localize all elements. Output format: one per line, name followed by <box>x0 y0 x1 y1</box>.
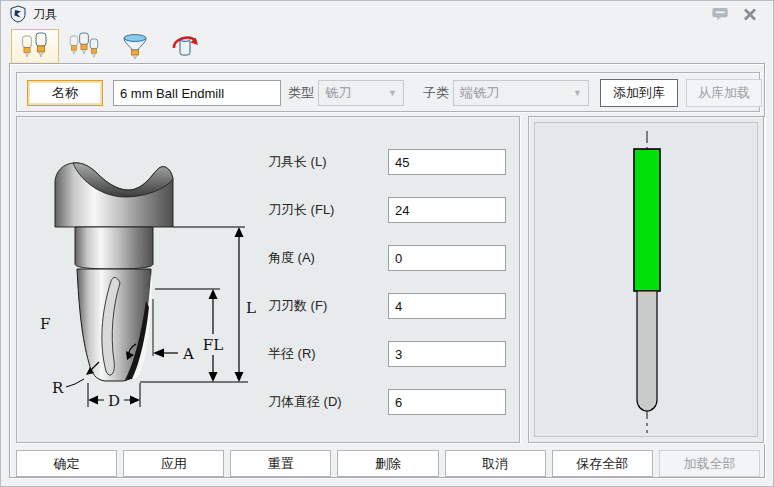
single-endmill-icon <box>18 32 52 60</box>
dialog-body: 名称 类型 铣刀 ▼ 子类 端铣刀 ▼ 添加到库 从库加载 <box>9 63 765 478</box>
close-icon[interactable] <box>735 4 765 24</box>
rotary-tool-icon <box>171 33 199 60</box>
tool-preview-group <box>528 116 764 443</box>
flute-length-input[interactable] <box>388 197 506 223</box>
titlebar: 刀具 <box>1 1 773 27</box>
name-type-group: 名称 类型 铣刀 ▼ 子类 端铣刀 ▼ 添加到库 从库加载 <box>16 72 760 112</box>
reset-button[interactable]: 重置 <box>230 450 331 477</box>
subtype-label: 子类 <box>423 73 449 113</box>
type-label: 类型 <box>288 73 314 113</box>
tool-holder-shape <box>634 149 660 291</box>
flute-count-label: 刀刃数 (F) <box>268 293 327 319</box>
tool-length-label: 刀具长 (L) <box>268 149 327 175</box>
tool-preview-drawing <box>535 123 759 438</box>
tab-single-endmill[interactable] <box>11 29 59 63</box>
field-row-flute-count: 刀刃数 (F) <box>17 293 519 319</box>
chamfer-tool-icon <box>121 33 149 60</box>
comment-icon[interactable] <box>705 4 735 24</box>
type-select[interactable]: 铣刀 ▼ <box>318 80 404 106</box>
tool-name-input[interactable] <box>113 80 281 106</box>
body-diameter-label: 刀体直径 (D) <box>268 389 342 415</box>
app-icon <box>9 5 27 23</box>
angle-label: 角度 (A) <box>268 245 315 271</box>
save-all-button[interactable]: 保存全部 <box>552 450 653 477</box>
endmill-group-icon <box>67 32 103 60</box>
chevron-down-icon: ▼ <box>388 88 397 98</box>
subtype-select-value: 端铣刀 <box>460 84 499 102</box>
load-all-button: 加载全部 <box>659 450 760 477</box>
body-diameter-input[interactable] <box>388 389 506 415</box>
add-to-library-button[interactable]: 添加到库 <box>600 79 678 107</box>
type-select-value: 铣刀 <box>325 84 351 102</box>
tab-endmill-group[interactable] <box>61 29 109 63</box>
tab-chamfer-tool[interactable] <box>111 29 159 63</box>
chevron-down-icon: ▼ <box>573 88 582 98</box>
tool-body-shape <box>637 291 657 411</box>
tab-rotary-tool[interactable] <box>161 29 209 63</box>
subtype-select[interactable]: 端铣刀 ▼ <box>453 80 589 106</box>
field-row-angle: 角度 (A) <box>17 245 519 271</box>
field-row-tool-length: 刀具长 (L) <box>17 149 519 175</box>
radius-input[interactable] <box>388 341 506 367</box>
apply-button[interactable]: 应用 <box>123 450 224 477</box>
field-row-body-diameter: 刀体直径 (D) <box>17 389 519 415</box>
load-from-library-button: 从库加载 <box>686 79 762 107</box>
tool-preview-canvas <box>534 122 758 437</box>
name-button[interactable]: 名称 <box>27 80 103 106</box>
parameters-group: L FL A D R F 刀具长 (L) <box>16 116 520 443</box>
field-row-flute-length: 刀刃长 (FL) <box>17 197 519 223</box>
flute-length-label: 刀刃长 (FL) <box>268 197 334 223</box>
tool-length-input[interactable] <box>388 149 506 175</box>
ok-button[interactable]: 确定 <box>16 450 117 477</box>
cancel-button[interactable]: 取消 <box>445 450 546 477</box>
window-title: 刀具 <box>33 6 57 23</box>
delete-button[interactable]: 删除 <box>337 450 438 477</box>
field-row-radius: 半径 (R) <box>17 341 519 367</box>
footer-buttons: 确定 应用 重置 删除 取消 保存全部 加载全部 <box>16 450 760 477</box>
angle-input[interactable] <box>388 245 506 271</box>
flute-count-input[interactable] <box>388 293 506 319</box>
radius-label: 半径 (R) <box>268 341 316 367</box>
tool-type-tabs <box>11 29 211 63</box>
